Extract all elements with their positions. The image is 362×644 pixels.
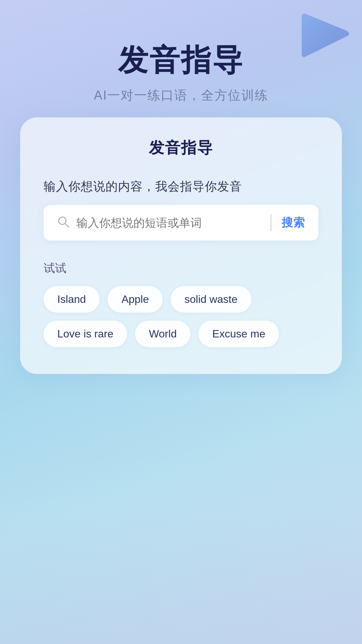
chips-container: IslandApplesolid wasteLove is rareWorldE… xyxy=(44,286,318,347)
page-subtitle: AI一对一练口语，全方位训练 xyxy=(0,87,362,104)
chip-apple[interactable]: Apple xyxy=(108,286,163,313)
triangle-decoration xyxy=(295,7,352,64)
bottom-fade xyxy=(0,510,362,644)
try-label: 试试 xyxy=(44,261,318,276)
search-bar: 搜索 xyxy=(44,205,318,240)
search-icon xyxy=(57,215,70,230)
card-title: 发音指导 xyxy=(44,138,318,158)
chip-island[interactable]: Island xyxy=(44,286,100,313)
search-divider xyxy=(270,214,272,231)
chip-love-is-rare[interactable]: Love is rare xyxy=(44,321,127,347)
chip-world[interactable]: World xyxy=(135,321,190,347)
chip-excuse-me[interactable]: Excuse me xyxy=(198,321,279,347)
svg-line-1 xyxy=(65,223,69,227)
card-instruction: 输入你想说的内容，我会指导你发音 xyxy=(44,178,318,195)
main-card: 发音指导 输入你想说的内容，我会指导你发音 搜索 试试 IslandApples… xyxy=(20,117,342,374)
chip-solid-waste[interactable]: solid waste xyxy=(171,286,251,313)
try-section: 试试 IslandApplesolid wasteLove is rareWor… xyxy=(44,261,318,347)
search-input[interactable] xyxy=(76,216,260,229)
search-button[interactable]: 搜索 xyxy=(282,215,305,230)
